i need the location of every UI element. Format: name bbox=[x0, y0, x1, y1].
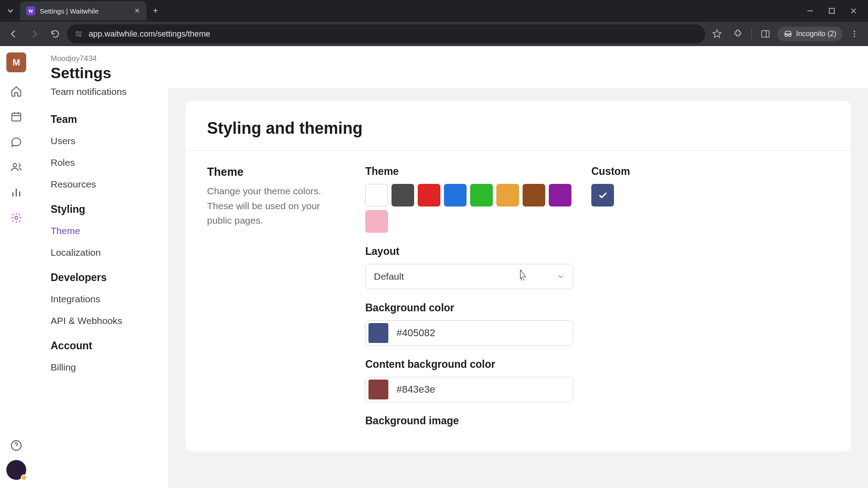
window-close-icon[interactable] bbox=[843, 0, 864, 22]
theme-swatch-6[interactable] bbox=[523, 184, 545, 206]
theme-swatch-row bbox=[365, 184, 573, 233]
tab-title: Settings | Waitwhile bbox=[40, 7, 130, 15]
bookmark-star-icon[interactable] bbox=[708, 25, 726, 43]
custom-swatch[interactable] bbox=[591, 184, 614, 206]
sidebar-item-api-webhooks[interactable]: API & Webhooks bbox=[51, 310, 157, 332]
window-maximize-icon[interactable] bbox=[821, 0, 843, 22]
sidebar-item-theme[interactable]: Theme bbox=[51, 220, 157, 242]
org-name: Moodjoy7434 bbox=[51, 54, 868, 63]
tab-list-button[interactable] bbox=[4, 4, 17, 18]
url-text: app.waitwhile.com/settings/theme bbox=[89, 29, 210, 39]
main-panel[interactable]: Styling and theming Theme Change your th… bbox=[168, 88, 868, 488]
address-bar: app.waitwhile.com/settings/theme Incogni… bbox=[0, 22, 868, 46]
check-icon bbox=[597, 190, 608, 201]
browser-tab[interactable]: w Settings | Waitwhile ✕ bbox=[20, 1, 146, 20]
svg-point-6 bbox=[854, 36, 855, 37]
content-wrap: Moodjoy7434 Settings Team notifications … bbox=[33, 46, 868, 488]
bg-color-value: #405082 bbox=[396, 327, 435, 339]
sidebar-heading-account: Account bbox=[51, 332, 157, 357]
site-info-icon[interactable] bbox=[74, 29, 83, 38]
theme-swatch-2[interactable] bbox=[418, 184, 440, 206]
layout-label: Layout bbox=[365, 245, 573, 258]
theme-swatch-7[interactable] bbox=[549, 184, 571, 206]
window-minimize-icon[interactable] bbox=[799, 0, 821, 22]
theming-card: Styling and theming Theme Change your th… bbox=[185, 101, 851, 451]
settings-gear-icon[interactable] bbox=[10, 211, 23, 224]
incognito-badge[interactable]: Incognito (2) bbox=[777, 27, 843, 41]
sidebar-item-billing[interactable]: Billing bbox=[51, 357, 157, 378]
bg-color-input[interactable]: #405082 bbox=[365, 320, 573, 346]
theme-swatch-0[interactable] bbox=[365, 184, 388, 206]
tab-close-icon[interactable]: ✕ bbox=[134, 7, 140, 15]
divider bbox=[185, 150, 851, 151]
content-bg-value: #843e3e bbox=[396, 384, 435, 395]
bg-image-label: Background image bbox=[365, 415, 573, 427]
profile-avatar[interactable] bbox=[6, 460, 26, 480]
sidebar-item-resources[interactable]: Resources bbox=[51, 174, 157, 195]
theme-swatch-4[interactable] bbox=[470, 184, 493, 206]
new-tab-button[interactable]: + bbox=[153, 6, 158, 16]
icon-sidebar: M bbox=[0, 46, 33, 488]
svg-point-9 bbox=[15, 216, 18, 220]
sidebar-item-integrations[interactable]: Integrations bbox=[51, 288, 157, 310]
nav-reload-button[interactable] bbox=[46, 25, 64, 43]
theme-swatch-3[interactable] bbox=[444, 184, 467, 206]
sidebar-item-roles[interactable]: Roles bbox=[51, 152, 157, 174]
analytics-icon[interactable] bbox=[10, 186, 23, 199]
sidebar-item-team-notifications[interactable]: Team notifications bbox=[51, 88, 157, 105]
browser-menu-icon[interactable] bbox=[845, 25, 863, 43]
svg-rect-0 bbox=[830, 9, 835, 14]
nav-forward-button[interactable] bbox=[25, 25, 43, 43]
help-icon[interactable] bbox=[10, 439, 23, 452]
status-dot bbox=[21, 474, 27, 481]
bg-color-swatch[interactable] bbox=[368, 323, 388, 343]
layout-select[interactable]: Default bbox=[365, 264, 573, 289]
settings-sidebar[interactable]: Team notifications Team Users Roles Reso… bbox=[33, 88, 168, 488]
url-input[interactable]: app.waitwhile.com/settings/theme bbox=[67, 24, 705, 43]
chevron-down-icon bbox=[557, 272, 565, 281]
card-title: Styling and theming bbox=[207, 119, 829, 150]
chat-icon[interactable] bbox=[10, 136, 23, 148]
org-avatar[interactable]: M bbox=[6, 52, 26, 72]
tab-favicon: w bbox=[26, 6, 35, 15]
sidebar-heading-developers: Developers bbox=[51, 263, 157, 288]
incognito-label: Incognito (2) bbox=[796, 30, 836, 38]
body-row: Team notifications Team Users Roles Reso… bbox=[33, 88, 868, 488]
content-bg-input[interactable]: #843e3e bbox=[365, 377, 573, 402]
page-header: Moodjoy7434 Settings bbox=[33, 46, 868, 88]
sidebar-item-localization[interactable]: Localization bbox=[51, 242, 157, 263]
app-root: M Moodjoy7434 Settings Team notification… bbox=[0, 46, 868, 488]
svg-rect-3 bbox=[762, 31, 769, 38]
svg-point-4 bbox=[854, 31, 855, 32]
section-theme-desc: Change your theme colors. These will be … bbox=[207, 184, 347, 228]
theme-swatch-5[interactable] bbox=[496, 184, 519, 206]
sidebar-heading-styling: Styling bbox=[51, 195, 157, 220]
side-panel-icon[interactable] bbox=[756, 25, 774, 43]
svg-point-1 bbox=[76, 31, 78, 33]
content-bg-swatch[interactable] bbox=[368, 380, 388, 399]
calendar-icon[interactable] bbox=[10, 110, 23, 123]
tab-bar: w Settings | Waitwhile ✕ + bbox=[0, 0, 868, 22]
svg-point-2 bbox=[80, 35, 81, 37]
theme-swatch-label: Theme bbox=[365, 165, 573, 178]
incognito-icon bbox=[783, 29, 793, 38]
nav-back-button[interactable] bbox=[5, 25, 23, 43]
custom-label: Custom bbox=[591, 165, 829, 178]
browser-chrome: w Settings | Waitwhile ✕ + app.waitwhile… bbox=[0, 0, 868, 46]
layout-value: Default bbox=[374, 271, 404, 282]
people-icon[interactable] bbox=[10, 161, 23, 174]
theme-swatch-1[interactable] bbox=[392, 184, 414, 206]
content-bg-label: Content background color bbox=[365, 358, 573, 371]
home-icon[interactable] bbox=[10, 85, 23, 98]
sidebar-item-users[interactable]: Users bbox=[51, 130, 157, 152]
svg-point-8 bbox=[13, 164, 17, 167]
bg-color-label: Background color bbox=[365, 302, 573, 314]
extensions-icon[interactable] bbox=[729, 25, 747, 43]
svg-point-5 bbox=[854, 33, 855, 35]
section-theme-label: Theme bbox=[207, 165, 347, 178]
svg-rect-7 bbox=[12, 113, 21, 121]
theme-swatch-8[interactable] bbox=[365, 210, 388, 233]
page-title: Settings bbox=[51, 64, 868, 82]
sidebar-heading-team: Team bbox=[51, 105, 157, 130]
